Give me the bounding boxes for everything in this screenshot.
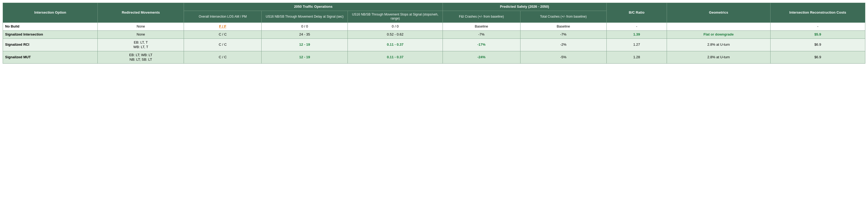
nb-geom — [667, 23, 771, 31]
mut-delay: 12 - 19 — [261, 51, 348, 64]
si-option: Signalized Intersection — [3, 31, 98, 38]
si-delay: 24 - 35 — [261, 31, 348, 38]
mut-stops: 0.11 - 0.37 — [348, 51, 442, 64]
si-fi: -7% — [442, 31, 520, 38]
si-cost: $5.9 — [770, 31, 865, 38]
si-los: C / C — [184, 31, 261, 38]
mut-cost: $6.9 — [770, 51, 865, 64]
nb-delay: 0 / 0 — [261, 23, 348, 31]
si-stops: 0.52 - 0.62 — [348, 31, 442, 38]
mut-los: C / C — [184, 51, 261, 64]
rci-geom: 2.8% at U-turn — [667, 38, 771, 51]
header-recon-costs: Intersection Reconstruction Costs — [770, 3, 865, 23]
subheader-fi: F&I Crashes (+/- from baseline) — [442, 11, 520, 23]
rci-delay: 12 - 19 — [261, 38, 348, 51]
mut-bc: 1.28 — [607, 51, 666, 64]
header-geometrics: Geometrics — [667, 3, 771, 23]
header-predicted-safety: Predicted Safety (2026 - 2050) — [442, 3, 607, 11]
subheader-stops: US16 NB/SB Through Movement Stops at Sig… — [348, 11, 442, 23]
mut-redirect: EB: LT; WB: LTNB: LT; SB: LT — [98, 51, 184, 64]
subheader-delay: US16 NB/SB Through Movement Delay at Sig… — [261, 11, 348, 23]
nb-redirect: None — [98, 23, 184, 31]
header-intersection-option: Intersection Option — [3, 3, 98, 23]
si-redirect: None — [98, 31, 184, 38]
subheader-los: Overall Intersection LOS AM / PM — [184, 11, 261, 23]
mut-fi: -24% — [442, 51, 520, 64]
rci-total: -2% — [520, 38, 607, 51]
table-row: Signalized RCIEB: LT, TWB: LT, TC / C12 … — [3, 38, 865, 51]
nb-stops: 0 / 0 — [348, 23, 442, 31]
header-bc-ratio: B/C Ratio — [607, 3, 666, 23]
mut-total: -5% — [520, 51, 607, 64]
si-geom: Flat or downgrade — [667, 31, 771, 38]
mut-geom: 2.8% at U-turn — [667, 51, 771, 64]
table-row: Signalized MUTEB: LT; WB: LTNB: LT; SB: … — [3, 51, 865, 64]
nb-los: F / F — [184, 23, 261, 31]
header-redirected-movements: Redirected Movements — [98, 3, 184, 23]
rci-cost: $6.9 — [770, 38, 865, 51]
header-traffic-ops: 2050 Traffic Operations — [184, 3, 442, 11]
table-row: No BuildNoneF / F0 / 00 / 0BaselineBasel… — [3, 23, 865, 31]
table-body: No BuildNoneF / F0 / 00 / 0BaselineBasel… — [3, 23, 865, 64]
main-header-row: Intersection Option Redirected Movements… — [3, 3, 865, 11]
mut-option: Signalized MUT — [3, 51, 98, 64]
nb-total: Baseline — [520, 23, 607, 31]
nb-cost: - — [770, 23, 865, 31]
table-row: Signalized IntersectionNoneC / C24 - 350… — [3, 31, 865, 38]
si-total: -7% — [520, 31, 607, 38]
rci-redirect: EB: LT, TWB: LT, T — [98, 38, 184, 51]
rci-fi: -17% — [442, 38, 520, 51]
nb-option: No Build — [3, 23, 98, 31]
rci-bc: 1.27 — [607, 38, 666, 51]
nb-fi: Baseline — [442, 23, 520, 31]
rci-los: C / C — [184, 38, 261, 51]
comparison-table: Intersection Option Redirected Movements… — [3, 3, 865, 64]
subheader-total: Total Crashes (+/- from baseline) — [520, 11, 607, 23]
rci-stops: 0.11 - 0.37 — [348, 38, 442, 51]
si-bc: 1.39 — [607, 31, 666, 38]
rci-option: Signalized RCI — [3, 38, 98, 51]
nb-bc: - — [607, 23, 666, 31]
